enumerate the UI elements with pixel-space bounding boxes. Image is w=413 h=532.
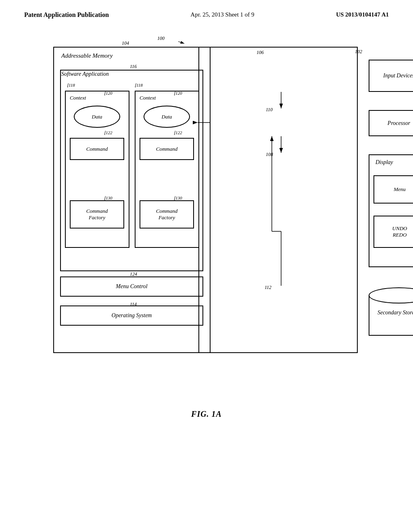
box-104: Addressable Memory 104 Software Applicat… bbox=[53, 47, 211, 353]
input-devices-label: Input Devices bbox=[383, 73, 413, 79]
figure-caption: FIG. 1A bbox=[0, 409, 413, 419]
menu-inner-label: Menu bbox=[394, 186, 406, 193]
undo-redo-box: UNDOREDO bbox=[373, 216, 413, 248]
menu-ctrl-label: Menu Control bbox=[116, 283, 147, 290]
context-label-right: Context bbox=[140, 95, 156, 101]
ref-122a: ⌊122 bbox=[104, 130, 113, 135]
ref-116: 116 bbox=[130, 64, 137, 70]
processor-box: Processor bbox=[369, 110, 413, 136]
ref-120b: ⌊120 bbox=[174, 91, 182, 96]
undo-redo-label: UNDOREDO bbox=[392, 225, 407, 238]
box-102: 106 Input Devices 110 Processor 108 Disp… bbox=[198, 47, 358, 353]
command-label-right: Command bbox=[156, 146, 177, 152]
os-label: Operating System bbox=[112, 312, 152, 319]
os-box: Operating System bbox=[60, 305, 203, 326]
ref-104: 104 bbox=[122, 40, 129, 46]
ref-108: 108 bbox=[266, 152, 273, 158]
data-oval-left: Data bbox=[74, 106, 120, 128]
patent-number-label: US 2013/0104147 A1 bbox=[336, 11, 389, 18]
command-box-right: Command bbox=[140, 138, 194, 160]
date-sheet-label: Apr. 25, 2013 Sheet 1 of 9 bbox=[190, 11, 254, 18]
cmd-factory-label-right: CommandFactory bbox=[156, 208, 177, 221]
menu-ctrl-box: Menu Control bbox=[60, 276, 203, 297]
cmd-factory-box-left: CommandFactory bbox=[70, 200, 124, 229]
publication-label: Patent Application Publication bbox=[24, 11, 109, 19]
svg-line-8 bbox=[178, 42, 184, 44]
processor-label: Processor bbox=[388, 120, 410, 127]
command-box-left: Command bbox=[70, 138, 124, 160]
box-116: ⌊118 ⌊118 Context ⌊120 Data bbox=[60, 70, 203, 271]
ref-110: 110 bbox=[266, 107, 273, 113]
ref-112: 112 bbox=[265, 285, 271, 291]
ref-106: 106 bbox=[257, 50, 264, 56]
context-col-right: Context ⌊120 Data ⌊122 Command bbox=[135, 91, 199, 248]
display-outer-box: Display 132 Menu 134 UNDOREDO bbox=[369, 154, 413, 267]
cmd-factory-box-right: CommandFactory bbox=[140, 200, 194, 229]
menu-inner-box: Menu bbox=[373, 175, 413, 204]
display-label: Display bbox=[375, 159, 393, 166]
context-col-left: Context ⌊120 Data ⌊122 Command bbox=[65, 91, 129, 248]
addressable-memory-label: Addressable Memory bbox=[61, 52, 113, 59]
data-label-right: Data bbox=[162, 114, 172, 120]
ref-120a: ⌊120 bbox=[104, 91, 113, 96]
command-label-left: Command bbox=[86, 146, 108, 152]
diagram-area: 100 102 106 Input Devices 110 Processor … bbox=[41, 47, 372, 397]
data-label-left: Data bbox=[92, 114, 102, 120]
context-label-left: Context bbox=[70, 95, 86, 101]
page-header: Patent Application Publication Apr. 25, … bbox=[0, 0, 413, 23]
cmd-factory-label-left: CommandFactory bbox=[86, 208, 108, 221]
ref-122b: ⌊122 bbox=[174, 130, 182, 135]
ref-118b: ⌊118 bbox=[135, 83, 143, 88]
ref-118a: ⌊118 bbox=[67, 83, 75, 88]
data-oval-right: Data bbox=[144, 106, 190, 128]
secondary-storage-cylinder: Secondary Storage bbox=[369, 287, 413, 336]
secondary-storage-label: Secondary Storage bbox=[369, 310, 413, 316]
input-devices-box: Input Devices bbox=[369, 60, 413, 92]
ref-100-arrow bbox=[162, 35, 202, 48]
